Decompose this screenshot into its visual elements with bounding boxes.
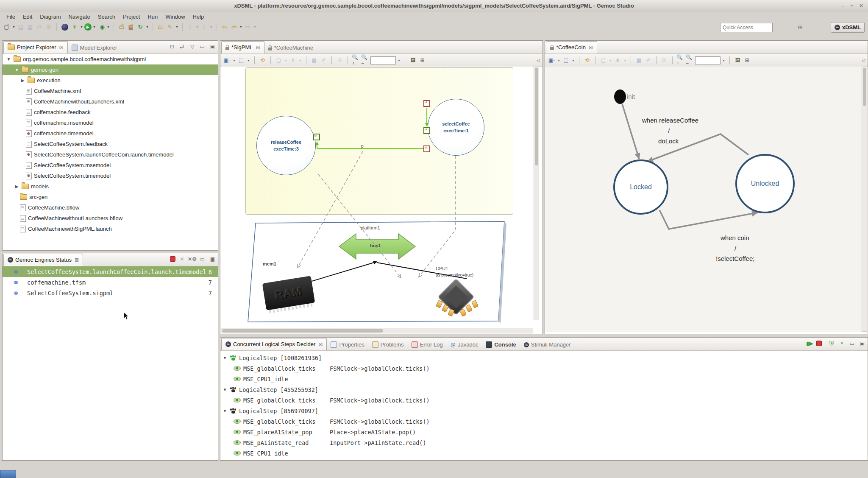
minimize-view-icon[interactable]: ▭ <box>199 255 206 263</box>
close-icon[interactable]: ⊠ <box>589 45 593 50</box>
sigpml-canvas[interactable]: releaseCoffee execTime:3 selectCoffee ex… <box>221 67 533 326</box>
perspective-button-xdsml[interactable]: xDSML <box>831 22 865 33</box>
mse-event-row[interactable]: MSE_pA1inState_read InputPort->pA1inStat… <box>220 437 868 448</box>
new-gemoc-project-icon[interactable]: 🗀✦ <box>117 23 126 31</box>
logical-step-row[interactable]: ▼ LogicalStep [856970097] <box>220 405 868 416</box>
mse-event-row[interactable]: MSE_globalClock_ticks FSMClock->globalCl… <box>220 416 868 427</box>
paste-layout-icon[interactable]: ⎘ <box>660 56 668 64</box>
shape-icon[interactable]: ▢ <box>599 56 607 64</box>
decider-dropdown-icon[interactable]: ▼ <box>838 340 846 347</box>
zoom-level-combo[interactable] <box>695 56 721 64</box>
twisty-collapsed-icon[interactable]: ▶ <box>14 184 19 189</box>
mse-event-row[interactable]: MSE_globalClock_ticks FSMClock->globalCl… <box>220 395 868 405</box>
close-button[interactable]: ✕ <box>858 3 865 9</box>
transition-init-to-locked[interactable] <box>622 104 639 159</box>
maximize-view-icon[interactable]: ▣ <box>209 43 216 50</box>
tab-project-explorer[interactable]: Project Explorer ⊠ <box>3 41 68 53</box>
tree-row-models[interactable]: ▶ models <box>3 181 218 192</box>
twisty-expanded-icon[interactable]: ▼ <box>222 408 228 413</box>
layers-icon[interactable]: ⊞ <box>418 56 426 64</box>
menu-help[interactable]: Help <box>189 13 208 21</box>
skip-breakpoints-icon[interactable]: ✳ <box>70 23 79 31</box>
notification-badge[interactable] <box>0 470 16 478</box>
zoom-combo-dropdown[interactable]: ▼ <box>397 59 401 62</box>
transition-locked-to-unlocked[interactable] <box>659 210 758 229</box>
tree-row-file[interactable]: CoffeeMachine.xml <box>3 86 218 96</box>
new-model-icon[interactable]: ▦✦ <box>127 23 135 31</box>
skip-breakpoints-dropdown[interactable]: ▼ <box>80 25 83 28</box>
router-dropdown[interactable]: ▼ <box>298 59 302 62</box>
save-icon[interactable]: ▤ <box>17 23 25 31</box>
export-image-icon[interactable]: 🖽 <box>734 56 742 64</box>
pin-icon[interactable]: ✐ <box>320 56 328 64</box>
tab-javadoc[interactable]: @ Javadoc <box>447 339 482 350</box>
twisty-expanded-icon[interactable]: ▼ <box>14 67 19 72</box>
layout-icon[interactable]: ▣▫ <box>223 56 231 64</box>
layout-dropdown[interactable]: ▼ <box>232 59 236 62</box>
run-last-dropdown[interactable]: ▼ <box>106 25 110 28</box>
decider-shield-icon[interactable]: ⛨ <box>828 340 835 347</box>
stop-icon[interactable] <box>816 341 822 346</box>
tree-row-file[interactable]: coffemachine.feedback <box>3 107 218 117</box>
tab-console[interactable]: Console <box>482 339 520 350</box>
tree-row-file[interactable]: SelectCoffeeSystem.timemodel <box>3 171 218 181</box>
collapse-all-icon[interactable]: ⊟ <box>168 43 175 50</box>
router-dropdown[interactable]: ▼ <box>623 59 627 62</box>
tree-row-file[interactable]: coffemachine.msemodel <box>3 117 218 128</box>
router-icon[interactable]: ⋔ <box>614 56 622 64</box>
menu-diagram[interactable]: Diagram <box>36 13 64 21</box>
tab-gemoc-engines-status[interactable]: Gemoc Engines Status ⊠ <box>3 254 83 266</box>
tree-row-file[interactable]: SelectCoffeeSystem.msemodel <box>3 160 218 171</box>
maximize-view-icon[interactable]: ▣ <box>209 255 216 263</box>
print-icon[interactable]: ⎙ <box>35 23 44 31</box>
menu-file[interactable]: File <box>3 13 19 21</box>
mse-event-row[interactable]: MSE_globalClock_ticks FSMClock->globalCl… <box>220 363 868 374</box>
back-icon[interactable]: ⇚ <box>220 23 229 31</box>
collapse-palette-icon[interactable]: ◁ <box>862 58 865 63</box>
zoom-out-icon[interactable]: 🔍− <box>361 56 369 64</box>
menu-navigate[interactable]: Navigate <box>64 13 94 21</box>
dispose-engine-icon[interactable]: ✕ <box>178 255 186 263</box>
step-icon[interactable]: ▮▶ <box>806 340 813 347</box>
vertical-scrollbar[interactable] <box>862 67 867 332</box>
close-icon[interactable]: ⊠ <box>75 257 79 263</box>
go-into-icon[interactable]: ⇧ <box>200 23 209 31</box>
shape-dropdown[interactable]: ▼ <box>609 59 612 62</box>
tab-steps-decider[interactable]: Concurrent Logical Steps Decider ⊠ <box>221 338 327 350</box>
dispose-all-engines-icon[interactable]: ✕⚙ <box>189 255 196 263</box>
close-icon[interactable]: ⊠ <box>256 45 260 50</box>
logical-step-row[interactable]: ▼ LogicalStep [1008261936] <box>220 352 868 363</box>
hide-icon[interactable]: ▩ <box>310 56 318 64</box>
menu-edit[interactable]: Edit <box>19 13 36 21</box>
tab-stimuli-manager[interactable]: Stimuli Manager <box>520 339 575 350</box>
view-menu-icon[interactable]: ▽ <box>189 43 196 50</box>
router-icon[interactable]: ⋔ <box>289 56 297 64</box>
new-wizard-dropdown[interactable]: ▼ <box>12 25 16 28</box>
tree-row-file[interactable]: SelectCoffeeSystem.feedback <box>3 139 218 149</box>
stop-engine-icon[interactable] <box>170 256 175 262</box>
coffeecoin-canvas[interactable]: init when releaseCoffee / doLock Locked … <box>545 67 862 332</box>
pin-icon[interactable]: ✐ <box>644 56 652 64</box>
tree-row-file[interactable]: CoffeeMachine.bflow <box>3 202 218 213</box>
minimize-view-icon[interactable]: ▭ <box>199 43 206 50</box>
run-icon[interactable]: ▶ <box>84 23 92 31</box>
shape-icon[interactable]: ▢ <box>275 56 283 64</box>
tree-row-file[interactable]: CoffeeMachinewithoutLaunchers.bflow <box>3 213 218 224</box>
debug-icon[interactable] <box>61 24 68 31</box>
tab-properties[interactable]: Properties <box>327 339 368 350</box>
tab-problems[interactable]: Problems <box>368 339 408 350</box>
zoom-out-icon[interactable]: 🔍− <box>686 56 694 64</box>
zoom-level-combo[interactable] <box>370 56 396 64</box>
layout-icon[interactable]: ▣▫ <box>548 56 556 64</box>
menu-search[interactable]: Search <box>94 13 119 21</box>
tree-row-gemoc-gen[interactable]: ▼ gemoc-gen <box>3 64 218 75</box>
search-dropdown[interactable]: ▼ <box>175 25 179 28</box>
export-image-icon[interactable]: 🖽 <box>409 56 417 64</box>
tab-coffeecoin[interactable]: *CoffeeCoin ⊠ <box>546 41 597 53</box>
forward-dropdown[interactable]: ▼ <box>253 25 257 28</box>
state-locked[interactable]: Locked <box>613 159 668 215</box>
select-mode-dropdown[interactable]: ▼ <box>247 59 250 62</box>
maximize-view-icon[interactable]: ▣ <box>859 340 866 347</box>
refresh-diagram-icon[interactable]: ⟲ <box>583 56 591 64</box>
actor-releasecoffee[interactable]: releaseCoffee execTime:3 <box>256 116 316 175</box>
